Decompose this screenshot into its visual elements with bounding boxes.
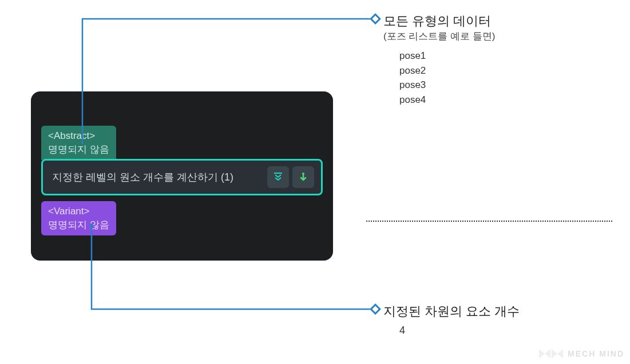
list-item: pose3 [399,78,496,93]
callout-top-list: pose1 pose2 pose3 pose4 [399,49,496,107]
abstract-name: 명명되지 않음 [48,143,109,157]
list-item: pose4 [399,93,496,107]
callout-bottom-title: 지정된 차원의 요소 개수 [383,303,520,320]
abstract-type-label: <Abstract> [48,129,109,143]
node-panel: <Abstract> 명명되지 않음 지정한 레벨의 원소 개수를 계산하기 (… [31,91,333,261]
diamond-marker [370,13,381,25]
logo-icon [538,347,564,361]
list-item: pose2 [399,63,496,78]
list-item: pose1 [399,49,496,63]
svg-rect-0 [274,173,282,174]
callout-element-count: 지정된 차원의 요소 개수 4 [383,303,520,337]
callout-top-subtitle: (포즈 리스트를 예로 들면) [383,30,496,43]
variant-type-label: <Variant> [48,205,109,218]
abstract-port: <Abstract> 명명되지 않음 [41,126,116,160]
callout-data-types: 모든 유형의 데이터 (포즈 리스트를 예로 들면) pose1 pose2 p… [383,13,496,107]
callout-top-title: 모든 유형의 데이터 [383,13,496,30]
callout-bottom-value: 4 [399,325,520,337]
triple-chevron-down-icon [272,171,284,183]
watermark: MECH MIND [538,347,624,361]
download-button[interactable] [292,166,314,188]
variant-port: <Variant> 명명되지 않음 [41,201,116,235]
arrow-down-icon [298,172,308,182]
expand-all-button[interactable] [267,166,289,188]
diamond-marker [370,303,381,315]
operation-label: 지정한 레벨의 원소 개수를 계산하기 (1) [52,170,264,184]
variant-name: 명명되지 않음 [48,218,109,232]
watermark-text: MECH MIND [568,349,624,358]
dotted-divider [366,221,612,222]
selected-operation-row[interactable]: 지정한 레벨의 원소 개수를 계산하기 (1) [41,159,323,195]
